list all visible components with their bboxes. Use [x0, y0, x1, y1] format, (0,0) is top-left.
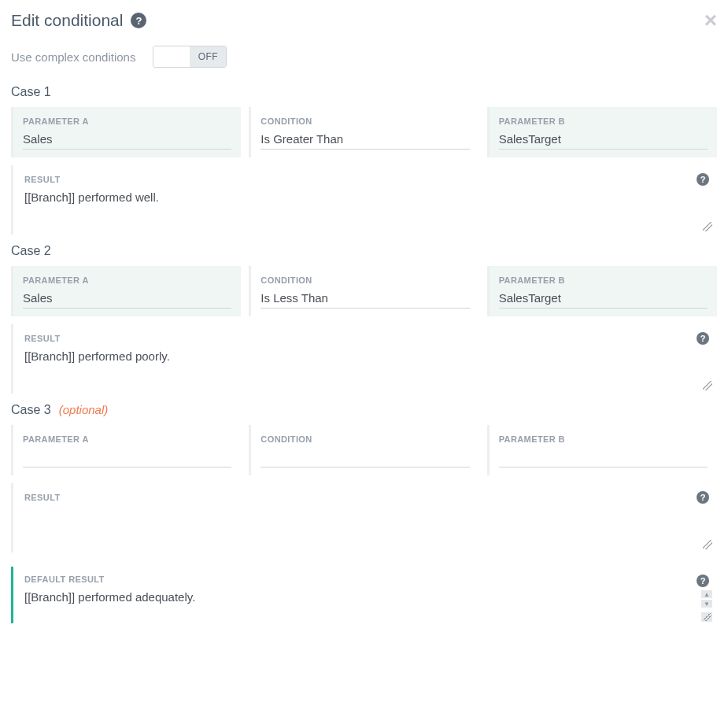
resize-handle[interactable] — [701, 612, 712, 622]
case-1-result-box: RESULT ? — [11, 165, 717, 235]
close-icon[interactable]: × — [704, 9, 717, 31]
param-a-label: PARAMETER A — [23, 275, 231, 285]
condition-label: CONDITION — [261, 275, 469, 285]
case-3-result-box: RESULT ? — [11, 483, 717, 552]
case-title-text: Case 2 — [11, 244, 51, 258]
resize-handle[interactable] — [703, 381, 712, 390]
param-b-label: PARAMETER B — [499, 116, 708, 126]
case-1-param-b-box: PARAMETER B — [487, 107, 717, 157]
case-3-param-a-input[interactable] — [23, 449, 231, 467]
default-result-input[interactable] — [24, 589, 679, 619]
param-a-label: PARAMETER A — [23, 116, 231, 126]
case-1-param-a-input[interactable] — [23, 131, 231, 150]
case-1-param-b-input[interactable] — [499, 131, 708, 150]
resize-handle[interactable] — [703, 222, 712, 231]
param-b-label: PARAMETER B — [499, 275, 708, 285]
case-3-param-b-box: PARAMETER B — [487, 425, 717, 475]
case-1-title: Case 1 — [11, 85, 717, 99]
case-3-param-a-box: PARAMETER A — [11, 425, 241, 475]
result-help-icon[interactable]: ? — [697, 491, 709, 504]
case-title-text: Case 1 — [11, 85, 51, 99]
resize-handle[interactable] — [703, 540, 712, 549]
scroll-up-icon[interactable]: ▲ — [701, 590, 712, 598]
result-label: RESULT — [24, 493, 706, 502]
result-help-icon[interactable]: ? — [697, 575, 709, 587]
dialog-header: Edit conditional ? × — [11, 9, 717, 31]
case-2-param-b-input[interactable] — [499, 290, 708, 309]
toggle-on-half — [153, 46, 190, 67]
case-2-params: PARAMETER A CONDITION PARAMETER B — [11, 266, 717, 316]
result-label: RESULT — [24, 175, 706, 184]
case-1-params: PARAMETER A CONDITION PARAMETER B — [11, 107, 717, 157]
case-2-condition-input[interactable] — [261, 290, 469, 309]
case-1-result-input[interactable] — [24, 189, 682, 230]
help-icon[interactable]: ? — [131, 13, 146, 28]
optional-tag: (optional) — [59, 403, 109, 416]
case-3-condition-box: CONDITION — [249, 425, 479, 475]
case-3-params: PARAMETER A CONDITION PARAMETER B — [11, 425, 717, 475]
case-1-param-a-box: PARAMETER A — [11, 107, 241, 157]
case-2-param-b-box: PARAMETER B — [487, 266, 717, 316]
default-result-label: DEFAULT RESULT — [24, 575, 706, 584]
complex-conditions-toggle[interactable]: OFF — [153, 46, 227, 68]
case-2-title: Case 2 — [11, 244, 717, 258]
condition-label: CONDITION — [261, 434, 469, 444]
case-3-result-input[interactable] — [24, 507, 682, 548]
param-a-label: PARAMETER A — [23, 434, 231, 444]
condition-label: CONDITION — [261, 116, 469, 126]
scroll-arrows: ▲ ▼ — [701, 590, 712, 608]
dialog-title: Edit conditional — [11, 11, 123, 30]
case-2-condition-box: CONDITION — [249, 266, 479, 316]
result-help-icon[interactable]: ? — [697, 332, 709, 345]
scroll-down-icon[interactable]: ▼ — [701, 600, 712, 608]
complex-conditions-row: Use complex conditions OFF — [11, 46, 717, 68]
case-3-condition-input[interactable] — [261, 449, 469, 467]
result-help-icon[interactable]: ? — [697, 173, 709, 186]
case-2-param-a-box: PARAMETER A — [11, 266, 241, 316]
toggle-off-half: OFF — [190, 46, 226, 67]
case-title-text: Case 3 — [11, 403, 51, 417]
param-b-label: PARAMETER B — [499, 434, 708, 444]
result-label: RESULT — [24, 334, 706, 343]
case-3-param-b-input[interactable] — [499, 449, 708, 467]
case-1-condition-input[interactable] — [261, 131, 469, 150]
case-1-condition-box: CONDITION — [249, 107, 479, 157]
case-3-title: Case 3 (optional) — [11, 403, 717, 417]
complex-conditions-label: Use complex conditions — [11, 50, 135, 64]
default-result-box: DEFAULT RESULT ? ▲ ▼ — [11, 567, 717, 623]
case-2-param-a-input[interactable] — [23, 290, 231, 309]
case-2-result-input[interactable] — [24, 348, 682, 389]
case-2-result-box: RESULT ? — [11, 324, 717, 394]
